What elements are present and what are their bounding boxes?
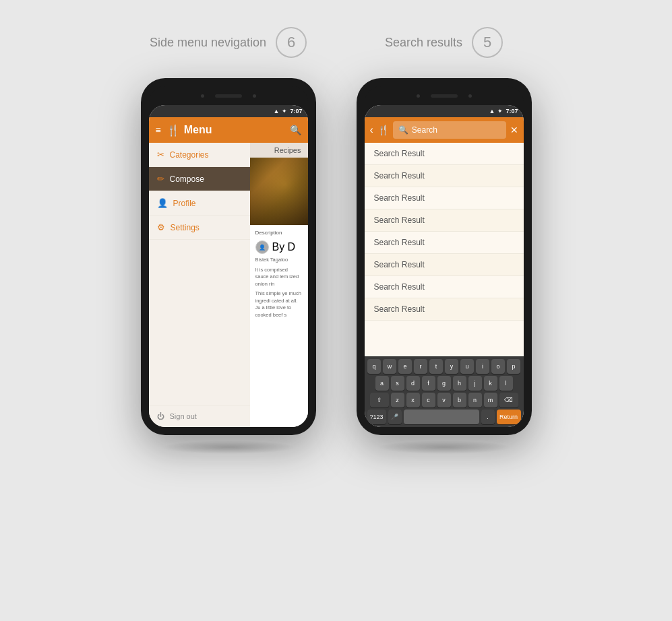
search-input-box[interactable]: 🔍 Search bbox=[393, 121, 506, 139]
key-g[interactable]: g bbox=[437, 376, 451, 391]
key-d[interactable]: d bbox=[406, 376, 420, 391]
search-result-4[interactable]: Search Result bbox=[365, 209, 524, 232]
key-c[interactable]: c bbox=[422, 393, 435, 407]
phone1-app-header: ≡ 🍴 Menu 🔍 bbox=[149, 117, 308, 143]
search-input-text: Search bbox=[412, 125, 437, 135]
search-close-button[interactable]: ✕ bbox=[510, 125, 518, 135]
search-result-8[interactable]: Search Result bbox=[365, 298, 524, 321]
key-k[interactable]: k bbox=[484, 376, 497, 391]
key-h[interactable]: h bbox=[453, 376, 466, 391]
sign-out-label: Sign out bbox=[170, 412, 197, 420]
chef-icon: 🍴 bbox=[166, 124, 180, 137]
signal-icon2: ▲ bbox=[489, 108, 495, 115]
key-s[interactable]: s bbox=[391, 376, 404, 391]
page-container: Side menu nevigation 6 ▲ ✦ 7:07 ≡ 🍴 bbox=[0, 0, 672, 621]
key-b[interactable]: b bbox=[453, 393, 466, 407]
key-return[interactable]: Return bbox=[497, 410, 521, 424]
compose-icon: ✏ bbox=[157, 174, 164, 184]
section1-title: Side menu nevigation bbox=[150, 36, 266, 50]
menu-item-profile-label: Profile bbox=[173, 199, 196, 208]
side-menu-layout: ✂ Categories ✏ Compose 👤 Profile ⚙ bbox=[149, 143, 308, 427]
key-p[interactable]: p bbox=[507, 359, 520, 374]
menu-item-categories-label: Categories bbox=[170, 150, 209, 160]
menu-item-categories[interactable]: ✂ Categories bbox=[149, 143, 250, 167]
search-result-7[interactable]: Search Result bbox=[365, 276, 524, 298]
hamburger-icon[interactable]: ≡ bbox=[156, 125, 161, 135]
search-results-list: Search Result Search Result Search Resul… bbox=[365, 143, 524, 356]
keyboard-row2: a s d f g h j k l bbox=[366, 376, 522, 391]
status-time2: 7:07 bbox=[506, 108, 518, 115]
settings-icon: ⚙ bbox=[157, 222, 165, 232]
section2-header: Search results 5 bbox=[385, 27, 503, 58]
search-magnifier-icon: 🔍 bbox=[398, 125, 408, 135]
content-panel: Recipes Description 👤 By D Bistek Tagalo… bbox=[250, 143, 308, 427]
signal-icon: ▲ bbox=[274, 108, 280, 115]
menu-item-profile[interactable]: 👤 Profile bbox=[149, 191, 250, 216]
key-z[interactable]: z bbox=[391, 393, 404, 407]
phone1-topbar bbox=[149, 86, 308, 105]
phone2-status-bar: ▲ ✦ 7:07 bbox=[365, 105, 524, 117]
keyboard-row4: ?123 🎤 . Return bbox=[366, 410, 522, 424]
section-side-menu: Side menu nevigation 6 ▲ ✦ 7:07 ≡ 🍴 bbox=[141, 27, 316, 454]
key-l[interactable]: l bbox=[499, 376, 513, 391]
key-y[interactable]: y bbox=[445, 359, 458, 374]
key-space[interactable] bbox=[404, 410, 479, 424]
search-result-5[interactable]: Search Result bbox=[365, 232, 524, 254]
key-m[interactable]: m bbox=[484, 393, 497, 407]
search-icon[interactable]: 🔍 bbox=[290, 125, 301, 135]
key-u[interactable]: u bbox=[460, 359, 474, 374]
key-n[interactable]: n bbox=[468, 393, 482, 407]
menu-item-compose[interactable]: ✏ Compose bbox=[149, 167, 250, 191]
categories-icon: ✂ bbox=[157, 150, 164, 160]
phone2-topbar bbox=[365, 86, 524, 105]
back-button[interactable]: ‹ bbox=[370, 124, 373, 136]
key-123[interactable]: ?123 bbox=[367, 410, 386, 424]
recipe-text3: This simple ye much ingredi cated at all… bbox=[250, 290, 308, 321]
phone1-speaker bbox=[215, 94, 242, 98]
section1-header: Side menu nevigation 6 bbox=[150, 27, 307, 58]
key-f[interactable]: f bbox=[422, 376, 435, 391]
phone1: ▲ ✦ 7:07 ≡ 🍴 Menu 🔍 ✂ bbox=[141, 78, 316, 435]
section2-title: Search results bbox=[385, 36, 462, 50]
key-mic[interactable]: 🎤 bbox=[388, 410, 402, 424]
status-time: 7:07 bbox=[290, 108, 302, 115]
side-menu: ✂ Categories ✏ Compose 👤 Profile ⚙ bbox=[149, 143, 250, 427]
key-q[interactable]: q bbox=[367, 359, 381, 374]
search-result-2[interactable]: Search Result bbox=[365, 165, 524, 187]
section-search: Search results 5 ▲ ✦ 7:07 ‹ 🍴 bbox=[357, 27, 532, 454]
phone1-shadow bbox=[161, 440, 296, 454]
sign-out-button[interactable]: ⏻ Sign out bbox=[149, 405, 250, 427]
key-w[interactable]: w bbox=[383, 359, 396, 374]
wifi-icon2: ✦ bbox=[497, 108, 503, 115]
key-r[interactable]: r bbox=[414, 359, 427, 374]
keyboard-row1: q w e r t y u i o p bbox=[366, 359, 522, 374]
keyboard: q w e r t y u i o p a s d bbox=[365, 356, 524, 427]
phone1-dot-right bbox=[253, 94, 256, 98]
phone2-dot-left bbox=[417, 94, 420, 98]
phone2: ▲ ✦ 7:07 ‹ 🍴 🔍 Search ✕ Search Result bbox=[357, 78, 532, 435]
key-i[interactable]: i bbox=[476, 359, 489, 374]
key-a[interactable]: a bbox=[375, 376, 389, 391]
key-o[interactable]: o bbox=[491, 359, 505, 374]
phone2-shadow bbox=[377, 440, 512, 454]
key-v[interactable]: v bbox=[437, 393, 451, 407]
phone1-screen: ▲ ✦ 7:07 ≡ 🍴 Menu 🔍 ✂ bbox=[149, 105, 308, 427]
wifi-icon: ✦ bbox=[282, 108, 287, 115]
key-e[interactable]: e bbox=[398, 359, 412, 374]
recipe-image bbox=[250, 158, 308, 225]
recipe-text1: Bistek Tagaloo bbox=[250, 257, 308, 267]
key-shift[interactable]: ⇧ bbox=[370, 393, 389, 407]
author-avatar: 👤 bbox=[255, 240, 269, 254]
recipes-tab[interactable]: Recipes bbox=[250, 143, 308, 158]
phone2-speaker bbox=[431, 94, 458, 98]
key-t[interactable]: t bbox=[429, 359, 443, 374]
key-x[interactable]: x bbox=[406, 393, 420, 407]
key-backspace[interactable]: ⌫ bbox=[499, 393, 518, 407]
key-period[interactable]: . bbox=[481, 410, 495, 424]
keyboard-row3: ⇧ z x c v b n m ⌫ bbox=[366, 393, 522, 407]
menu-item-settings[interactable]: ⚙ Settings bbox=[149, 216, 250, 240]
search-result-3[interactable]: Search Result bbox=[365, 187, 524, 209]
key-j[interactable]: j bbox=[468, 376, 482, 391]
search-result-1[interactable]: Search Result bbox=[365, 143, 524, 165]
search-result-6[interactable]: Search Result bbox=[365, 254, 524, 276]
